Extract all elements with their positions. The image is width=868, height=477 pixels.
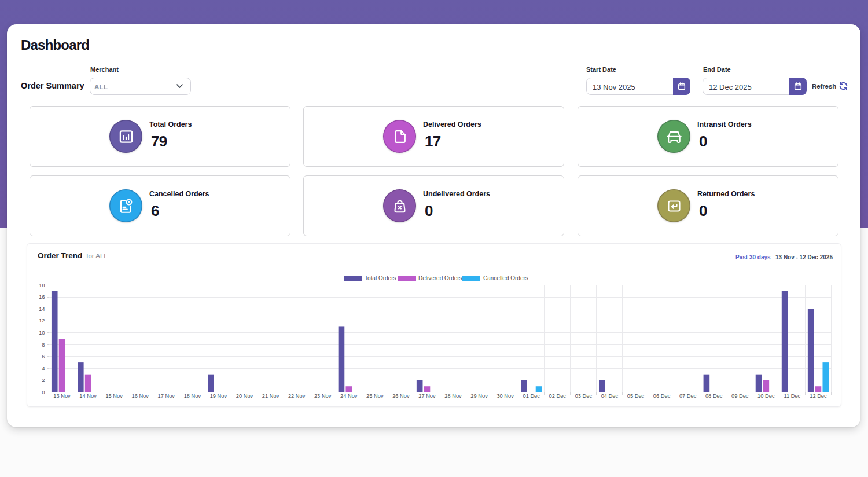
svg-text:25 Nov: 25 Nov xyxy=(366,393,384,399)
svg-text:11 Dec: 11 Dec xyxy=(784,393,801,399)
svg-text:14 Nov: 14 Nov xyxy=(79,393,97,399)
svg-text:28 Nov: 28 Nov xyxy=(444,393,462,399)
svg-text:20 Nov: 20 Nov xyxy=(236,393,253,399)
svg-text:15 Nov: 15 Nov xyxy=(105,393,123,399)
svg-text:01 Dec: 01 Dec xyxy=(523,393,540,399)
svg-text:03 Dec: 03 Dec xyxy=(575,393,593,399)
svg-text:2: 2 xyxy=(42,377,45,383)
svg-text:6: 6 xyxy=(42,353,45,359)
svg-text:18 Nov: 18 Nov xyxy=(184,393,201,399)
svg-text:08 Dec: 08 Dec xyxy=(705,393,723,399)
svg-text:17 Nov: 17 Nov xyxy=(158,393,175,399)
svg-text:30 Nov: 30 Nov xyxy=(496,393,514,399)
svg-text:02 Dec: 02 Dec xyxy=(549,393,567,399)
svg-text:19 Nov: 19 Nov xyxy=(210,393,227,399)
svg-text:07 Dec: 07 Dec xyxy=(679,393,697,399)
svg-text:22 Nov: 22 Nov xyxy=(288,393,306,399)
svg-text:18: 18 xyxy=(39,282,45,288)
svg-text:23 Nov: 23 Nov xyxy=(314,393,332,399)
svg-text:13 Nov: 13 Nov xyxy=(53,393,71,399)
svg-text:06 Dec: 06 Dec xyxy=(653,393,671,399)
svg-text:4: 4 xyxy=(42,365,45,372)
svg-text:14: 14 xyxy=(39,306,45,312)
svg-text:16 Nov: 16 Nov xyxy=(131,393,149,399)
svg-text:26 Nov: 26 Nov xyxy=(392,393,410,399)
svg-text:29 Nov: 29 Nov xyxy=(470,393,488,399)
svg-text:12 Dec: 12 Dec xyxy=(810,393,827,399)
svg-text:0: 0 xyxy=(42,389,45,395)
svg-text:04 Dec: 04 Dec xyxy=(601,393,619,399)
svg-text:27 Nov: 27 Nov xyxy=(418,393,436,399)
svg-text:16: 16 xyxy=(39,293,45,300)
svg-text:21 Nov: 21 Nov xyxy=(262,393,279,399)
svg-text:12: 12 xyxy=(39,317,45,324)
svg-text:8: 8 xyxy=(42,342,45,348)
svg-text:05 Dec: 05 Dec xyxy=(627,393,645,399)
svg-text:09 Dec: 09 Dec xyxy=(731,393,749,399)
svg-text:24 Nov: 24 Nov xyxy=(340,393,358,399)
svg-text:10: 10 xyxy=(39,329,45,336)
svg-text:10 Dec: 10 Dec xyxy=(757,393,775,399)
